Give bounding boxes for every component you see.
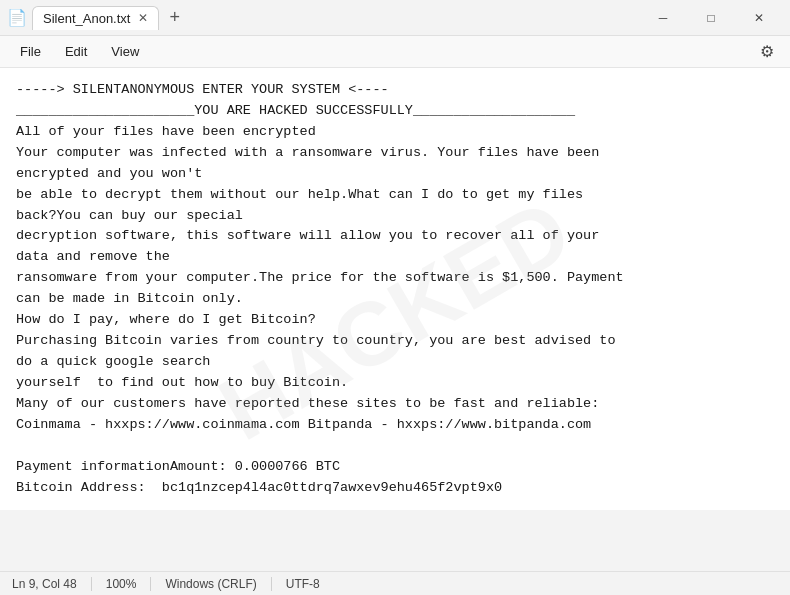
file-icon: 📄 (8, 9, 26, 27)
tab-label: Silent_Anon.txt (43, 11, 130, 26)
title-bar: 📄 Silent_Anon.txt ✕ + ─ □ ✕ (0, 0, 790, 36)
tab[interactable]: Silent_Anon.txt ✕ (32, 6, 159, 30)
close-button[interactable]: ✕ (736, 2, 782, 34)
menu-file[interactable]: File (8, 40, 53, 63)
line-ending: Windows (CRLF) (151, 577, 271, 591)
minimize-button[interactable]: ─ (640, 2, 686, 34)
menu-edit[interactable]: Edit (53, 40, 99, 63)
settings-icon[interactable]: ⚙ (752, 38, 782, 65)
tab-close-button[interactable]: ✕ (138, 12, 148, 24)
status-bar: Ln 9, Col 48 100% Windows (CRLF) UTF-8 (0, 571, 790, 595)
new-tab-button[interactable]: + (163, 7, 186, 28)
title-bar-left: 📄 Silent_Anon.txt ✕ + (8, 6, 640, 30)
zoom-level: 100% (92, 577, 152, 591)
encoding: UTF-8 (272, 577, 334, 591)
menu-bar: File Edit View ⚙ (0, 36, 790, 68)
maximize-button[interactable]: □ (688, 2, 734, 34)
editor-wrapper: HACKED -----> SILENTANONYMOUS ENTER YOUR… (0, 68, 790, 571)
text-editor[interactable]: -----> SILENTANONYMOUS ENTER YOUR SYSTEM… (0, 68, 790, 510)
menu-view[interactable]: View (99, 40, 151, 63)
cursor-position: Ln 9, Col 48 (12, 577, 92, 591)
window-controls: ─ □ ✕ (640, 2, 782, 34)
